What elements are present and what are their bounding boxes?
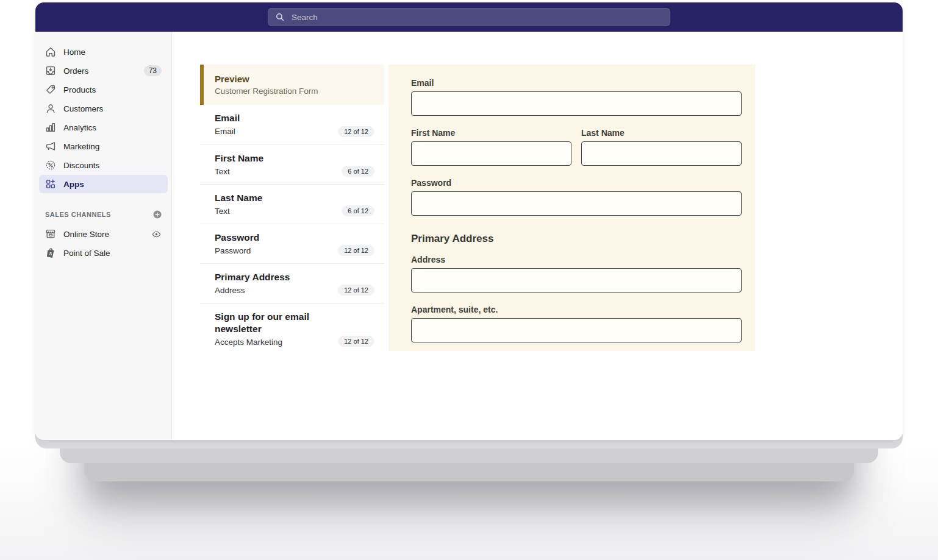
sidebar-item-analytics[interactable]: Analytics — [39, 118, 168, 136]
search-box[interactable] — [268, 8, 670, 26]
preview-address-input[interactable] — [411, 268, 742, 292]
home-icon — [45, 46, 57, 58]
page-background: Home Orders 73 Products Customers Analyt… — [0, 0, 938, 560]
field-list: Email Email 12 of 12 First Name Text 6 o… — [200, 105, 384, 354]
preview-first-name-input[interactable] — [411, 141, 571, 166]
field-list-column: Preview Customer Registration Form Email… — [200, 65, 384, 354]
sales-channels-label: SALES CHANNELS — [45, 211, 111, 218]
first-name-label: First Name — [411, 128, 571, 138]
field-title: Last Name — [215, 192, 262, 204]
apps-icon — [45, 178, 57, 190]
field-title: Password — [215, 232, 259, 244]
sidebar-item-home[interactable]: Home — [39, 43, 168, 61]
sidebar-item-online-store[interactable]: Online Store — [39, 225, 168, 243]
preview-apartment-input[interactable] — [411, 318, 742, 342]
sidebar-item-marketing[interactable]: Marketing — [39, 137, 168, 155]
sidebar-item-label: Point of Sale — [63, 249, 110, 258]
online-store-icon — [45, 228, 57, 240]
marketing-icon — [45, 140, 57, 152]
sidebar-item-label: Discounts — [63, 161, 99, 170]
field-count-badge: 6 of 12 — [342, 205, 374, 216]
field-type: Text — [215, 167, 263, 176]
last-name-label: Last Name — [581, 128, 742, 138]
main-content: Preview Customer Registration Form Email… — [172, 32, 903, 440]
field-count-badge: 6 of 12 — [342, 166, 374, 177]
sales-channels-nav: Online Store S Point of Sale — [35, 225, 171, 262]
password-label: Password — [411, 178, 742, 188]
sidebar-item-label: Apps — [63, 180, 84, 189]
sidebar-item-orders[interactable]: Orders 73 — [39, 62, 168, 80]
sidebar-item-label: Marketing — [63, 142, 99, 151]
app-window: Home Orders 73 Products Customers Analyt… — [35, 2, 903, 440]
field-count-badge: 12 of 12 — [338, 336, 374, 347]
active-item-accent-bar — [200, 65, 204, 105]
preview-last-name-input[interactable] — [581, 141, 742, 166]
sidebar-item-customers[interactable]: Customers — [39, 99, 168, 118]
field-item-email[interactable]: Email Email 12 of 12 — [200, 105, 384, 144]
form-builder: Preview Customer Registration Form Email… — [200, 65, 903, 354]
field-count-badge: 12 of 12 — [338, 245, 374, 256]
sidebar-item-label: Online Store — [63, 230, 109, 239]
sales-channels-header: SALES CHANNELS — [45, 209, 163, 220]
field-title: Sign up for our email newsletter — [215, 311, 338, 335]
field-title: Email — [215, 112, 240, 124]
analytics-icon — [45, 121, 57, 133]
form-preview-panel: Email First Name Last Name — [388, 65, 755, 351]
search-input[interactable] — [290, 12, 664, 23]
preview-password-input[interactable] — [411, 191, 742, 216]
apartment-label: Apartment, suite, etc. — [411, 305, 742, 314]
point-of-sale-icon: S — [45, 247, 57, 259]
search-icon — [274, 12, 285, 23]
field-item-last-name[interactable]: Last Name Text 6 of 12 — [200, 184, 384, 224]
preview-item[interactable]: Preview Customer Registration Form — [200, 65, 384, 105]
field-count-badge: 12 of 12 — [338, 285, 374, 296]
email-label: Email — [411, 78, 742, 88]
products-icon — [45, 83, 57, 96]
field-count-badge: 12 of 12 — [338, 126, 374, 137]
sidebar-item-discounts[interactable]: Discounts — [39, 156, 168, 174]
address-label: Address — [411, 255, 742, 264]
primary-address-heading: Primary Address — [411, 233, 742, 245]
add-sales-channel-button[interactable] — [152, 209, 163, 220]
sidebar-nav: Home Orders 73 Products Customers Analyt… — [35, 43, 171, 193]
sidebar: Home Orders 73 Products Customers Analyt… — [35, 32, 172, 440]
preview-subtitle: Customer Registration Form — [215, 87, 374, 96]
sidebar-item-label: Home — [63, 48, 85, 57]
sidebar-item-point-of-sale[interactable]: S Point of Sale — [39, 244, 168, 262]
discounts-icon — [45, 159, 57, 171]
orders-icon — [45, 65, 57, 77]
field-type: Address — [215, 286, 290, 295]
preview-title: Preview — [215, 74, 374, 84]
sidebar-item-label: Customers — [63, 104, 103, 113]
sidebar-item-label: Orders — [63, 66, 88, 76]
field-item-first-name[interactable]: First Name Text 6 of 12 — [200, 144, 384, 184]
top-bar — [35, 2, 903, 32]
sidebar-item-label: Analytics — [63, 123, 96, 132]
field-type: Email — [215, 127, 240, 136]
field-title: First Name — [215, 152, 263, 165]
preview-email-input[interactable] — [411, 91, 742, 116]
field-type: Text — [215, 207, 262, 216]
field-item-password[interactable]: Password Password 12 of 12 — [200, 224, 384, 263]
field-item-sign-up-for-our-email-newsletter[interactable]: Sign up for our email newsletter Accepts… — [200, 303, 384, 354]
field-title: Primary Address — [215, 271, 290, 283]
sidebar-item-label: Products — [63, 85, 96, 94]
customers-icon — [45, 102, 57, 115]
eye-icon[interactable] — [151, 229, 162, 239]
field-type: Accepts Marketing — [215, 338, 338, 347]
sidebar-item-products[interactable]: Products — [39, 80, 168, 99]
orders-count-badge: 73 — [144, 65, 162, 76]
field-item-primary-address[interactable]: Primary Address Address 12 of 12 — [200, 263, 384, 303]
field-type: Password — [215, 246, 259, 255]
sidebar-item-apps[interactable]: Apps — [39, 175, 168, 193]
